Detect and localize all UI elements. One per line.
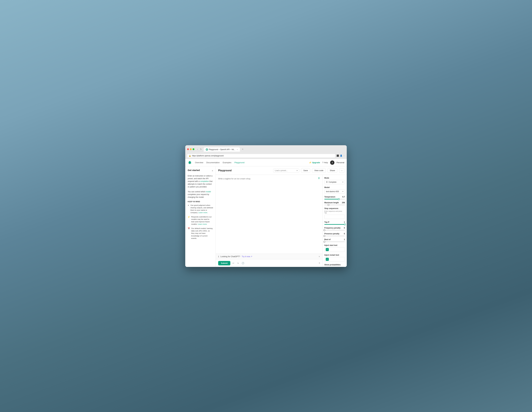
top-p-value: 1 [344,221,345,223]
frequency-penalty-group: Frequency penalty 0 [324,227,345,231]
mode-label: Mode [324,177,345,179]
tab-title: Playground – OpenAI API – htt... [209,149,235,150]
sidebar-model-text: You can control which model completes yo… [188,190,213,198]
inject-start-label: Inject start text [324,244,345,246]
model-select[interactable]: text-davinci-003 ▾ [324,189,345,194]
best-of-slider[interactable] [324,242,345,242]
chatgpt-banner: ℹ Looking for ChatGPT? Try it now ↗ × [216,254,322,259]
show-probabilities-select[interactable]: Off ▾ [324,267,345,267]
token-count: 0 [319,262,320,264]
best-of-label: Best of 1 [324,238,345,241]
more-options-icon[interactable]: ··· [343,155,345,157]
microphone-icon[interactable]: 🎙 [318,177,320,180]
submit-button[interactable]: Submit [218,261,230,265]
temperature-slider[interactable] [324,199,345,199]
profile-icon[interactable]: 👤 [340,155,342,157]
preset-select[interactable]: Load a preset... ▾ [273,169,299,172]
inject-start-input[interactable]: ✓ [324,247,345,252]
nav-links: Overview Documentation Examples Playgrou… [195,161,309,164]
completion-link[interactable]: completion [200,180,209,182]
show-probabilities-group: Show probabilities Off ▾ [324,264,345,267]
tab-bar: Playground – OpenAI API – htt... × + [204,147,245,152]
text-area-container: 🎙 ℹ Looking for ChatGPT? Try it now ↗ × [216,175,322,267]
upgrade-icon: ⚡ [309,161,311,164]
frequency-penalty-slider[interactable] [324,230,345,231]
learn-more-link-1[interactable]: Learn more. [198,212,208,214]
fullscreen-button[interactable] [193,148,194,150]
stop-sequences-input[interactable] [324,215,345,219]
model-link[interactable]: model [206,191,211,193]
playground-body: 🎙 ℹ Looking for ChatGPT? Try it now ↗ × [216,175,347,267]
sidebar-close-icon[interactable]: × [212,169,213,172]
max-length-slider[interactable] [324,205,345,205]
temperature-value: 0.7 [342,196,345,198]
nav-documentation[interactable]: Documentation [206,161,219,164]
inject-restart-input[interactable]: ✓ [324,257,345,262]
inject-restart-checkbox[interactable]: ✓ [326,258,329,261]
close-button[interactable] [187,148,189,150]
max-length-group: Maximum length 256 [324,202,345,205]
playground-area: Playground Load a preset... ▾ Save View … [216,166,347,267]
mode-chevron-icon: ▾ [342,181,343,183]
show-probabilities-label: Show probabilities [324,264,345,266]
settings-panel: Mode ☰ Complete ▾ Model [322,175,347,267]
inject-start-checkbox[interactable]: ✓ [326,248,329,251]
max-length-value: 256 [342,202,345,204]
minimize-button[interactable] [190,148,192,150]
tab-close-icon[interactable]: × [237,149,238,150]
save-button[interactable]: Save [301,168,310,173]
traffic-lights [187,148,194,150]
mode-select[interactable]: ☰ Complete ▾ [324,180,345,184]
chatgpt-link[interactable]: Try it now ↗ [242,255,252,258]
send-icon: ✈ [188,204,189,214]
mode-group: Mode ☰ Complete ▾ [324,177,345,184]
inject-restart-group: Inject restart text ✓ [324,254,345,262]
address-bar[interactable]: 🔒 https://platform.openai.com/playground [187,154,335,158]
share-button[interactable]: Share [328,168,337,173]
frequency-penalty-value: 0 [344,227,345,229]
nav-playground[interactable]: Playground [235,161,245,164]
presence-penalty-slider[interactable] [324,236,345,236]
view-code-button[interactable]: View code [312,168,326,173]
sidebar-item-judgment: ✈ Use good judgment when sharing outputs… [188,204,213,214]
sidebar-item-training: ⚡ Requests submitted to our models may b… [188,215,213,225]
temperature-label: Temperature 0.7 [324,196,345,198]
active-tab[interactable]: Playground – OpenAI API – htt... × [204,147,240,152]
top-p-slider[interactable] [324,224,345,225]
app-nav: Overview Documentation Examples Playgrou… [185,159,347,166]
help-label: Help [324,161,328,164]
nav-examples[interactable]: Examples [223,161,231,164]
stop-sequences-group: Stop sequences Enter sequence and press … [324,207,345,219]
help-icon: ? [322,161,323,164]
back-icon[interactable]: ‹ [197,148,199,151]
top-p-label: Top P 1 [324,221,345,223]
presence-penalty-group: Presence penalty 0 [324,233,345,236]
banner-close-icon[interactable]: × [319,255,320,258]
stop-sequences-label: Stop sequences [324,207,345,209]
new-tab-button[interactable]: + [241,147,245,152]
undo-icon[interactable]: ↩ [232,261,235,265]
refresh-icon[interactable]: ↻ [200,148,202,151]
lock-icon: 🔒 [189,155,191,157]
more-options-button[interactable]: ··· [339,168,344,173]
history-icon[interactable]: 🕐 [241,261,245,265]
info-icon: ℹ [218,255,219,258]
model-group: Model text-davinci-003 ▾ [324,186,345,194]
inject-restart-label: Inject restart text [324,254,345,256]
learn-more-link-2[interactable]: Learn more. [198,223,207,225]
main-textarea[interactable] [216,175,322,254]
redo-icon[interactable]: ↪ [237,261,239,265]
help-button[interactable]: ? Help [322,161,328,164]
extensions-icon[interactable]: ⬛ [337,155,339,157]
upgrade-label: Upgrade [312,161,320,164]
calendar-icon: 📅 [188,227,190,239]
frequency-penalty-label: Frequency penalty 0 [324,227,345,229]
upgrade-button[interactable]: ⚡ Upgrade [309,161,320,164]
external-link-icon: ↗ [251,255,252,258]
url-text: https://platform.openai.com/playground [192,155,224,157]
svg-point-0 [206,149,208,150]
model-chevron-icon: ▾ [342,191,343,192]
address-bar-row: 🔒 https://platform.openai.com/playground… [187,153,345,159]
nav-overview[interactable]: Overview [195,161,203,164]
main-content: Get started × Enter an instruction or se… [185,166,347,267]
